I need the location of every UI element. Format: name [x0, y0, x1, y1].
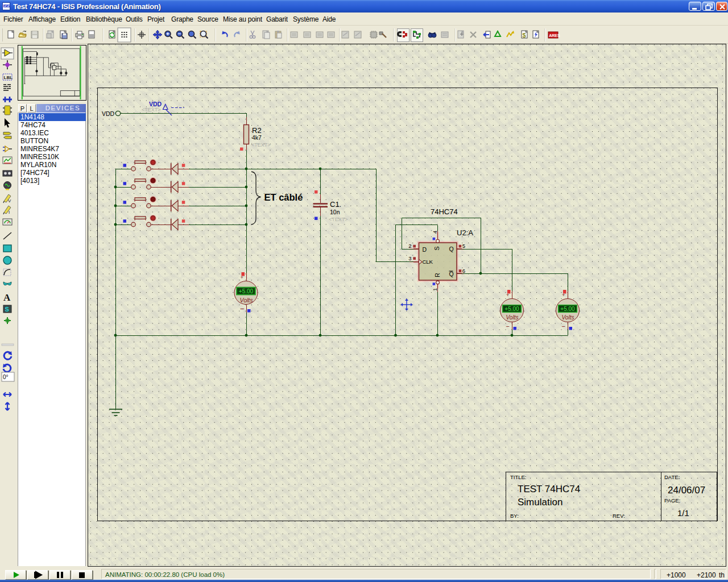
svg-text:+: + [241, 274, 244, 280]
svg-text:10n: 10n [330, 209, 340, 215]
svg-text:DATE:: DATE: [664, 474, 680, 480]
svg-text:R2: R2 [252, 126, 262, 135]
svg-text:−: − [240, 305, 245, 313]
svg-text:5: 5 [462, 243, 465, 249]
svg-text:TEST 74HC74: TEST 74HC74 [518, 484, 580, 494]
svg-text:74HC74: 74HC74 [431, 207, 458, 216]
svg-text:4: 4 [432, 231, 438, 234]
svg-text:<TEXT>: <TEXT> [142, 107, 161, 113]
svg-text:CLK: CLK [423, 259, 433, 265]
svg-text:3: 3 [408, 255, 411, 261]
svg-text:Q: Q [449, 246, 454, 252]
svg-text:<TEXT>: <TEXT> [251, 142, 271, 148]
svg-text:+5.00: +5.00 [504, 306, 519, 312]
svg-text:−: − [506, 323, 510, 330]
svg-text:C1.: C1. [330, 200, 341, 209]
svg-text:S: S [433, 246, 440, 250]
svg-text:−: − [562, 323, 565, 330]
svg-text:U2:A: U2:A [457, 228, 473, 237]
svg-text:Volts: Volts [506, 314, 519, 321]
svg-text:+: + [506, 292, 510, 298]
svg-text:6: 6 [462, 268, 465, 274]
svg-text:Simulation: Simulation [518, 497, 562, 508]
svg-text:2: 2 [408, 243, 411, 249]
svg-text:1/1: 1/1 [677, 508, 689, 518]
svg-text:BY:: BY: [510, 513, 519, 519]
svg-text:+: + [562, 292, 565, 298]
svg-text:REV:: REV: [613, 513, 625, 519]
svg-text:<TEXT>: <TEXT> [329, 217, 348, 222]
svg-text:R: R [434, 273, 441, 277]
svg-text:PAGE:: PAGE: [664, 497, 680, 504]
svg-text:D: D [423, 246, 427, 253]
svg-text:1: 1 [432, 288, 438, 291]
svg-text:+5.00: +5.00 [560, 306, 575, 312]
svg-text:4k7: 4k7 [252, 134, 262, 141]
svg-text:24/06/07: 24/06/07 [668, 485, 705, 496]
svg-text:TITLE:: TITLE: [510, 474, 527, 480]
svg-text:ET câblé: ET câblé [264, 192, 303, 202]
svg-text:+5.00: +5.00 [239, 288, 254, 294]
svg-text:VDD: VDD [102, 110, 115, 117]
svg-text:Volts: Volts [562, 314, 574, 321]
svg-text:Volts: Volts [240, 297, 254, 304]
